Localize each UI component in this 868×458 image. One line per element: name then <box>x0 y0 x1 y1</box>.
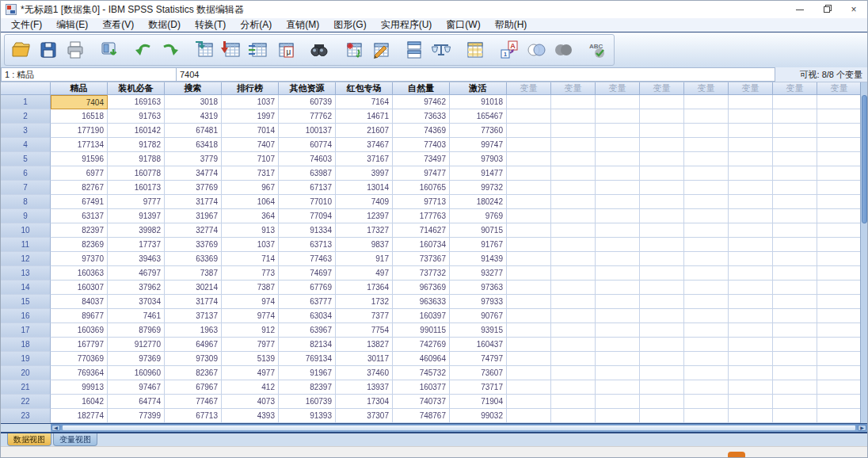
data-cell[interactable]: 74797 <box>450 352 507 366</box>
data-cell[interactable] <box>773 352 817 366</box>
show-all-variables-icon[interactable] <box>550 36 577 64</box>
data-cell[interactable] <box>729 181 773 195</box>
data-cell[interactable]: 912770 <box>108 338 165 352</box>
data-cell[interactable] <box>684 366 729 380</box>
data-cell[interactable]: 91767 <box>450 238 507 252</box>
menu-item-0[interactable]: 文件(F) <box>4 17 49 32</box>
data-cell[interactable]: 740737 <box>393 395 450 409</box>
data-cell[interactable] <box>729 252 773 266</box>
data-cell[interactable] <box>817 195 860 209</box>
data-cell[interactable]: 160960 <box>108 366 165 380</box>
data-cell[interactable]: 7387 <box>222 281 279 295</box>
data-cell[interactable] <box>773 95 817 109</box>
data-cell[interactable]: 7461 <box>108 309 165 323</box>
minimize-button[interactable] <box>786 2 813 18</box>
data-cell[interactable] <box>507 366 551 380</box>
data-cell[interactable]: 4977 <box>222 366 279 380</box>
data-cell[interactable] <box>684 109 729 124</box>
menu-item-7[interactable]: 图形(G) <box>326 17 373 32</box>
data-cell[interactable] <box>684 409 729 423</box>
data-cell[interactable]: 91596 <box>51 152 108 166</box>
row-number[interactable]: 3 <box>1 124 51 138</box>
data-cell[interactable]: 160377 <box>393 380 450 395</box>
data-cell[interactable]: 77403 <box>393 138 450 152</box>
data-cell[interactable]: 82134 <box>279 338 336 352</box>
menu-item-8[interactable]: 实用程序(U) <box>374 17 440 32</box>
column-header-var3[interactable]: 变量 <box>596 82 640 95</box>
data-cell[interactable] <box>551 266 596 281</box>
data-cell[interactable] <box>817 223 860 238</box>
column-header-var2[interactable]: 变量 <box>551 82 596 95</box>
data-cell[interactable]: 97477 <box>393 166 450 181</box>
data-cell[interactable]: 93277 <box>450 266 507 281</box>
data-cell[interactable]: 990115 <box>393 323 450 338</box>
data-cell[interactable] <box>773 295 817 309</box>
data-cell[interactable]: 77094 <box>279 209 336 223</box>
data-cell[interactable]: 67481 <box>165 124 222 138</box>
data-cell[interactable] <box>507 166 551 181</box>
data-cell[interactable] <box>817 152 860 166</box>
row-number[interactable]: 17 <box>1 323 51 338</box>
data-cell[interactable]: 90767 <box>450 309 507 323</box>
data-cell[interactable]: 33769 <box>165 238 222 252</box>
data-cell[interactable] <box>507 238 551 252</box>
data-cell[interactable] <box>596 352 640 366</box>
data-cell[interactable] <box>551 380 596 395</box>
data-cell[interactable]: 160739 <box>279 395 336 409</box>
data-cell[interactable]: 963633 <box>393 295 450 309</box>
data-cell[interactable]: 73607 <box>450 366 507 380</box>
data-cell[interactable]: 160369 <box>51 323 108 338</box>
descriptives-icon[interactable]: μ <box>272 36 299 64</box>
data-cell[interactable]: 7377 <box>336 309 393 323</box>
data-cell[interactable] <box>596 209 640 223</box>
insert-variable-icon[interactable] <box>367 36 394 64</box>
data-cell[interactable]: 46797 <box>108 266 165 281</box>
data-cell[interactable] <box>596 124 640 138</box>
data-cell[interactable] <box>817 266 860 281</box>
data-cell[interactable] <box>773 309 817 323</box>
data-cell[interactable]: 160437 <box>450 338 507 352</box>
data-cell[interactable]: 63034 <box>279 309 336 323</box>
data-cell[interactable] <box>640 409 684 423</box>
data-cell[interactable]: 82397 <box>279 380 336 395</box>
data-cell[interactable] <box>551 323 596 338</box>
data-cell[interactable] <box>773 109 817 124</box>
data-cell[interactable] <box>551 223 596 238</box>
menu-item-2[interactable]: 查看(V) <box>95 17 141 32</box>
data-cell[interactable]: 37769 <box>165 181 222 195</box>
row-number[interactable]: 10 <box>1 223 51 238</box>
menu-item-5[interactable]: 分析(A) <box>233 17 279 32</box>
column-header-sousuo[interactable]: 搜索 <box>165 82 222 95</box>
row-number[interactable]: 21 <box>1 380 51 395</box>
data-cell[interactable]: 91788 <box>108 152 165 166</box>
data-cell[interactable] <box>773 238 817 252</box>
data-cell[interactable] <box>551 281 596 295</box>
data-cell[interactable]: 67137 <box>279 181 336 195</box>
data-cell[interactable] <box>684 195 729 209</box>
row-number[interactable]: 2 <box>1 109 51 124</box>
data-cell[interactable]: 67491 <box>51 195 108 209</box>
data-cell[interactable] <box>684 124 729 138</box>
data-cell[interactable] <box>551 195 596 209</box>
data-cell[interactable]: 32774 <box>165 223 222 238</box>
horizontal-scrollbar-thumb[interactable] <box>62 425 856 431</box>
data-cell[interactable] <box>773 223 817 238</box>
row-number[interactable]: 15 <box>1 295 51 309</box>
data-cell[interactable] <box>596 309 640 323</box>
row-number[interactable]: 12 <box>1 252 51 266</box>
data-cell[interactable]: 91397 <box>108 209 165 223</box>
find-icon[interactable] <box>306 36 333 64</box>
data-cell[interactable]: 71904 <box>450 395 507 409</box>
data-cell[interactable]: 460964 <box>393 352 450 366</box>
data-cell[interactable]: 737732 <box>393 266 450 281</box>
data-cell[interactable] <box>507 323 551 338</box>
goto-case-icon[interactable] <box>191 36 218 64</box>
data-cell[interactable] <box>640 109 684 124</box>
data-cell[interactable]: 60774 <box>279 138 336 152</box>
data-cell[interactable]: 97933 <box>450 295 507 309</box>
data-cell[interactable]: 74369 <box>393 124 450 138</box>
data-cell[interactable] <box>640 295 684 309</box>
row-number[interactable]: 7 <box>1 181 51 195</box>
column-header-var8[interactable]: 变量 <box>817 82 860 95</box>
data-cell[interactable] <box>551 124 596 138</box>
